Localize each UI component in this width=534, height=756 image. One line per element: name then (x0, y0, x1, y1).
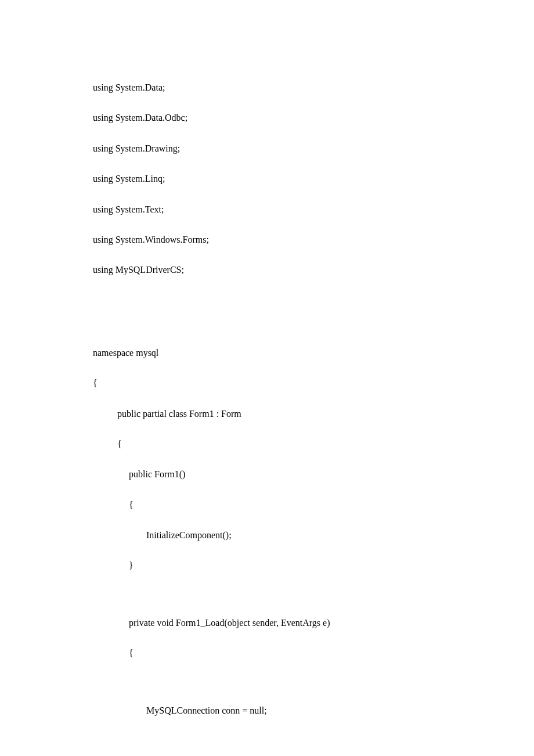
code-line: } (93, 559, 476, 572)
code-line: { (93, 377, 476, 390)
code-line: public partial class Form1 : Form (93, 408, 476, 420)
code-line: public Form1() (93, 468, 476, 481)
code-line: using System.Linq; (93, 172, 476, 185)
code-line: using System.Data; (93, 81, 476, 94)
code-line: MySQLConnection conn = null; (93, 704, 476, 717)
code-line: private void Form1_Load(object sender, E… (93, 617, 476, 629)
blank-line (93, 590, 476, 617)
code-line: using System.Drawing; (93, 142, 476, 155)
code-line: using System.Data.Odbc; (93, 111, 476, 124)
code-line: using MySQLDriverCS; (93, 264, 476, 276)
blank-line (93, 294, 476, 347)
code-line: using System.Text; (93, 203, 476, 216)
code-line: { (93, 647, 476, 660)
code-line: namespace mysql (93, 347, 476, 359)
blank-line (93, 678, 476, 704)
code-line: { (93, 499, 476, 512)
code-line: { (93, 438, 476, 451)
code-line: InitializeComponent(); (93, 529, 476, 542)
code-line: using System.Windows.Forms; (93, 233, 476, 246)
